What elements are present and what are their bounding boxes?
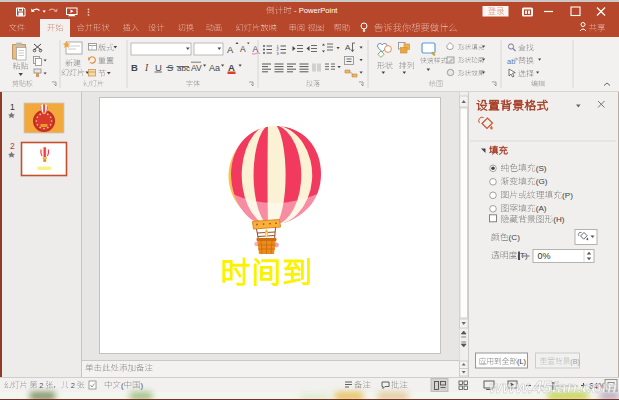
svg-text:U: U bbox=[155, 62, 162, 73]
svg-text:AV: AV bbox=[191, 63, 202, 73]
svg-text:(: ( bbox=[121, 381, 124, 390]
svg-text:I: I bbox=[144, 63, 149, 73]
svg-text:(G): (G) bbox=[536, 177, 548, 186]
svg-text:3: 3 bbox=[277, 51, 280, 56]
svg-text:B: B bbox=[131, 62, 138, 73]
svg-text:www.45fan.com: www.45fan.com bbox=[489, 378, 617, 397]
svg-text:- PowerPoint: - PowerPoint bbox=[294, 6, 338, 15]
svg-text:2: 2 bbox=[39, 381, 43, 390]
svg-text:0%: 0% bbox=[538, 251, 551, 261]
svg-text:(B): (B) bbox=[570, 357, 580, 366]
svg-text:A: A bbox=[345, 43, 351, 52]
svg-text:(A): (A) bbox=[536, 204, 547, 213]
svg-text:1: 1 bbox=[10, 102, 15, 112]
svg-text:S: S bbox=[167, 62, 173, 73]
svg-text:ab: ab bbox=[507, 57, 515, 66]
svg-text:(L): (L) bbox=[517, 357, 526, 366]
svg-text:(P): (P) bbox=[562, 191, 573, 200]
svg-text:): ) bbox=[141, 381, 144, 390]
svg-text:(C): (C) bbox=[509, 233, 521, 242]
svg-text:A: A bbox=[240, 44, 246, 54]
svg-text:(S): (S) bbox=[536, 164, 547, 173]
svg-text:A: A bbox=[227, 44, 234, 55]
svg-text:2: 2 bbox=[71, 381, 75, 390]
svg-text:Aa: Aa bbox=[209, 63, 220, 73]
svg-text:(H): (H) bbox=[553, 215, 565, 224]
svg-text:2: 2 bbox=[10, 141, 15, 151]
svg-text:abc: abc bbox=[177, 64, 190, 73]
svg-text:A: A bbox=[228, 62, 235, 73]
